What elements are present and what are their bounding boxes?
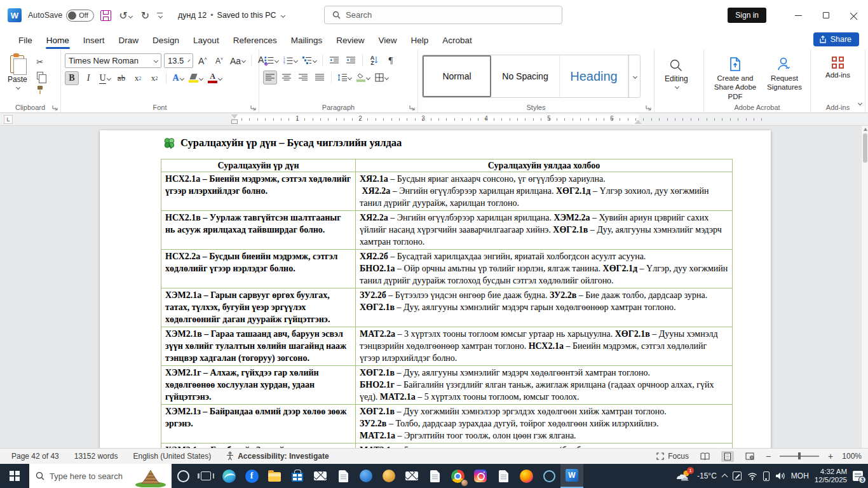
borders-button[interactable]	[374, 71, 390, 85]
sort-button[interactable]: AZ	[367, 53, 381, 67]
document-title[interactable]: дунд 12 • Saved to this PC	[178, 11, 285, 20]
bold-button[interactable]: B	[65, 71, 79, 85]
tab-help[interactable]: Help	[404, 32, 436, 48]
tab-insert[interactable]: Insert	[76, 32, 112, 48]
autosave-control[interactable]: AutoSave Off	[28, 10, 94, 22]
font-family-combobox[interactable]: Times New Roman	[65, 53, 161, 68]
share-button[interactable]: Share	[813, 32, 859, 46]
read-mode-button[interactable]	[698, 451, 712, 461]
table-cell-outcome[interactable]: ХЭМ2.1в – Гараа ташаанд авч, баруун эсвэ…	[161, 327, 356, 366]
wifi-icon[interactable]	[747, 471, 757, 480]
table-cell-outcome[interactable]: ХЭМ2.1а – Гарын сарвууг өргөх буулгах, т…	[161, 288, 356, 327]
tab-mailings[interactable]: Mailings	[284, 32, 330, 48]
notification-center-icon[interactable]: 3	[853, 471, 863, 481]
superscript-button[interactable]: x2	[147, 71, 161, 85]
table-cell-links[interactable]: ХЯ2.2б – Бусадтай харилцахдаа энгийн, яр…	[356, 250, 733, 288]
shrink-font-button[interactable]: A˅	[212, 54, 226, 68]
customize-quick-access-icon[interactable]	[157, 13, 163, 18]
align-left-button[interactable]	[263, 71, 277, 85]
font-size-combobox[interactable]: 13.5	[164, 53, 193, 68]
close-button[interactable]	[840, 0, 868, 30]
style-heading[interactable]: Heading	[560, 55, 628, 97]
taskbar-app-document-2[interactable]	[423, 464, 446, 488]
tab-design[interactable]: Design	[146, 32, 186, 48]
style-no-spacing[interactable]: No Spacing	[491, 55, 560, 97]
start-button[interactable]	[0, 464, 29, 488]
taskbar-app-store[interactable]	[286, 464, 309, 488]
tab-references[interactable]: References	[226, 32, 284, 48]
clipboard-dialog-launcher[interactable]	[51, 104, 58, 111]
tab-file[interactable]: File	[11, 32, 39, 48]
zoom-level[interactable]: 100%	[842, 452, 862, 461]
tab-selector[interactable]: L	[4, 115, 13, 124]
strikethrough-button[interactable]: ab	[114, 71, 128, 85]
format-painter-button[interactable]	[34, 84, 46, 95]
table-cell-links[interactable]: ЗУ2.2б – Бүтээлээ үндсэн өнгөөр бие дааж…	[356, 288, 733, 327]
left-indent-marker[interactable]	[231, 119, 238, 124]
undo-icon[interactable]: ↺	[118, 10, 133, 22]
zoom-out-button[interactable]: −	[766, 451, 771, 461]
vertical-scrollbar[interactable]	[861, 126, 868, 448]
style-normal[interactable]: Normal	[423, 55, 491, 97]
clock[interactable]: 4:32 AM 12/5/2025	[815, 468, 847, 484]
scrollbar-thumb[interactable]	[863, 133, 867, 163]
tab-view[interactable]: View	[371, 32, 403, 48]
right-indent-marker[interactable]	[635, 120, 641, 124]
table-cell-links[interactable]: МАТ2.1а – 5 хүртэлх тооны тоглоом, юмсыг…	[356, 444, 733, 449]
tab-layout[interactable]: Layout	[186, 32, 226, 48]
tab-home[interactable]: Home	[39, 32, 76, 48]
minimize-button[interactable]	[784, 0, 812, 30]
taskbar-app-document-1[interactable]	[332, 464, 355, 488]
redo-icon[interactable]: ↻	[140, 10, 151, 22]
accessibility-status[interactable]: Accessibility: Investigate	[226, 452, 329, 461]
taskbar-app-cortana[interactable]	[172, 464, 194, 488]
numbering-button[interactable]: 123	[282, 53, 299, 67]
change-case-button[interactable]: Aa	[229, 54, 247, 68]
taskbar-app-word[interactable]: W	[560, 464, 583, 488]
pen-input-icon[interactable]	[733, 471, 742, 480]
taskbar-app-blue[interactable]	[355, 464, 377, 488]
collapse-ribbon-button[interactable]	[857, 97, 862, 109]
shading-button[interactable]	[355, 71, 371, 85]
taskbar-app-instagram[interactable]	[469, 464, 492, 488]
phone-link-icon[interactable]	[763, 471, 770, 481]
save-icon[interactable]	[100, 10, 111, 21]
addins-button[interactable]: Add-ins	[821, 53, 855, 102]
taskbar-file-explorer[interactable]	[263, 464, 286, 488]
speaker-icon[interactable]	[775, 471, 785, 480]
create-share-pdf-button[interactable]: Create and Share Adobe PDF	[708, 53, 763, 102]
web-layout-button[interactable]	[743, 451, 757, 461]
language-indicator[interactable]: English (United States)	[133, 452, 211, 461]
page-indicator[interactable]: Page 42 of 43	[11, 452, 59, 461]
request-signatures-button[interactable]: × Request Signatures	[763, 53, 806, 102]
styles-dialog-launcher[interactable]	[645, 104, 651, 111]
zoom-slider[interactable]	[780, 456, 819, 456]
editing-button[interactable]: Editing	[658, 53, 695, 102]
paragraph-dialog-launcher[interactable]	[409, 104, 415, 111]
line-spacing-button[interactable]	[336, 71, 353, 85]
taskbar-app-firefox[interactable]	[515, 464, 538, 488]
decrease-indent-button[interactable]	[327, 53, 341, 67]
table-cell-links[interactable]: ХЯ2.2а – Энгийн өгүүлбэрээр харилцан яри…	[356, 211, 733, 250]
bullets-button[interactable]	[263, 53, 280, 67]
weather-widget[interactable]: 1	[675, 469, 691, 483]
subscript-button[interactable]: x2	[131, 71, 145, 85]
tray-expand-icon[interactable]	[721, 474, 728, 480]
scroll-up-icon[interactable]	[864, 128, 867, 131]
taskbar-search[interactable]: Type here to search	[29, 464, 172, 488]
table-cell-links[interactable]: ХӨГ2.1в – Дуу, аялгууны хэмнэлийг мэдэрч…	[356, 366, 733, 405]
focus-button[interactable]: Focus	[656, 452, 689, 461]
table-cell-outcome[interactable]: ХЭМ2.1з – Байрандаа өлмий дээр хөлөө зөө…	[161, 405, 356, 444]
paste-button[interactable]: Paste	[4, 53, 31, 102]
text-effects-button[interactable]: A	[171, 71, 185, 85]
copy-button[interactable]	[34, 70, 46, 81]
taskbar-app-gold[interactable]	[377, 464, 400, 488]
taskbar-app-edge[interactable]	[217, 464, 240, 488]
taskbar-app-facebook[interactable]: f	[240, 464, 263, 488]
align-right-button[interactable]	[296, 71, 310, 85]
taskbar-app-cortana-ring[interactable]	[538, 464, 560, 488]
search-highlight-image[interactable]	[131, 464, 170, 487]
horizontal-ruler[interactable]: L 123456	[0, 113, 868, 126]
keyboard-language[interactable]: МОН	[791, 471, 809, 480]
taskbar-app-document-3[interactable]	[492, 464, 515, 488]
